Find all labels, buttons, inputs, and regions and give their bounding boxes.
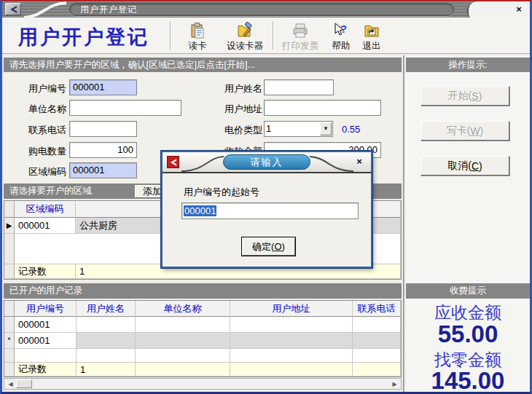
cancel-button-hotkey: C xyxy=(472,160,479,172)
dialog-title: 请输入 xyxy=(223,154,310,170)
ok-button-hotkey: O xyxy=(274,241,281,252)
users-row2-no[interactable]: 000001 xyxy=(15,333,77,349)
ok-button[interactable]: 确定(O) xyxy=(241,237,296,256)
help-button[interactable]: ? 帮助 xyxy=(327,19,355,52)
read-card-label: 读卡 xyxy=(189,40,207,52)
close-icon[interactable]: × xyxy=(512,3,525,15)
write-card-suffix: ) xyxy=(480,125,484,137)
area-header-marker-cell xyxy=(4,201,15,218)
write-card-label: 写卡( xyxy=(447,125,471,138)
area-empty-marker xyxy=(4,234,15,264)
price-type-label: 电价类型 xyxy=(213,124,262,137)
dialog-prompt: 用户编号的起始号 xyxy=(184,186,259,199)
purchase-qty-label: 购电数量 xyxy=(17,145,66,158)
users-empty-cell xyxy=(15,349,77,363)
users-footer-cell xyxy=(136,363,230,377)
user-no-field[interactable]: 000001 xyxy=(69,79,137,95)
users-record-count-value: 1 xyxy=(77,363,136,377)
dialog-close-icon[interactable]: × xyxy=(353,156,365,168)
user-addr-field[interactable] xyxy=(264,100,381,116)
change-value: 145.00 xyxy=(406,367,530,394)
purchase-qty-field[interactable]: 100 xyxy=(69,142,137,158)
set-reader-button[interactable]: 设读卡器 xyxy=(219,19,270,52)
start-number-input[interactable]: 000001 xyxy=(181,202,359,219)
users-row1-unit[interactable] xyxy=(136,317,230,333)
scroll-left-icon[interactable]: ◀ xyxy=(5,379,16,388)
users-footer-cell xyxy=(230,363,353,377)
user-name-field[interactable] xyxy=(264,79,334,95)
help-label: 帮助 xyxy=(332,40,351,52)
users-footer-cell xyxy=(353,363,401,377)
users-empty-marker xyxy=(4,349,15,363)
user-addr-label: 用户地址 xyxy=(213,103,262,116)
users-footer-marker xyxy=(4,363,15,377)
users-empty-cell xyxy=(353,349,401,363)
start-button-label: 开始( xyxy=(448,90,472,103)
users-row1-name[interactable] xyxy=(77,317,136,333)
read-card-button[interactable]: 读卡 xyxy=(179,19,216,52)
help-icon: ? xyxy=(332,22,350,39)
area-col-code: 区域编码 xyxy=(15,201,76,218)
users-row2-unit[interactable] xyxy=(136,333,230,349)
pane-splitter[interactable] xyxy=(403,55,404,392)
cancel-button[interactable]: 取消(C) xyxy=(420,156,509,176)
toolbar: 用户开户登记 读卡 设读卡器 xyxy=(2,17,530,54)
scroll-right-icon[interactable]: ▶ xyxy=(389,379,400,388)
users-row1-phone[interactable] xyxy=(353,317,401,333)
toolbar-separator xyxy=(273,21,273,50)
area-code-label: 区域编码 xyxy=(17,165,66,178)
right-panel: 操作提示: 开始(S) 写卡(W) 取消(C) 收费提示 应收金额 55.00 … xyxy=(406,55,530,392)
start-button[interactable]: 开始(S) xyxy=(420,86,509,106)
chevron-down-icon[interactable]: ▼ xyxy=(320,122,332,135)
users-row2-addr[interactable] xyxy=(230,333,353,349)
horizontal-scrollbar[interactable]: ◀ ▶ xyxy=(4,378,402,390)
dialog-titlebar[interactable]: 请输入 × xyxy=(163,152,371,173)
page-title: 用户开户登记 xyxy=(18,24,149,50)
users-row1-marker xyxy=(4,317,15,333)
users-col-no: 用户编号 xyxy=(15,301,77,317)
user-name-label: 用户姓名 xyxy=(213,82,262,95)
row-marker-icon: ▶ xyxy=(4,218,15,234)
price-type-select[interactable]: 1 ▼ xyxy=(264,121,333,137)
phone-label: 联系电话 xyxy=(17,124,66,137)
print-invoice-icon xyxy=(292,22,309,39)
users-record-count-label: 记录数 xyxy=(15,363,77,377)
window-titlebar[interactable]: 用户开户登记 × xyxy=(2,1,530,17)
app-logo-glyph xyxy=(8,5,18,14)
users-col-phone: 联系电话 xyxy=(353,301,401,317)
start-button-hotkey: S xyxy=(472,90,478,102)
set-reader-icon xyxy=(236,22,254,39)
cancel-button-suffix: ) xyxy=(479,160,482,172)
exit-button[interactable]: 退出 xyxy=(358,19,386,52)
users-row1-no[interactable]: 000001 xyxy=(15,317,77,333)
users-row2-name[interactable] xyxy=(77,333,136,349)
unit-name-field[interactable] xyxy=(69,100,181,116)
start-number-selected-text: 000001 xyxy=(184,205,216,216)
print-invoice-label: 打印发票 xyxy=(282,40,318,52)
area-code-field[interactable]: 000001 xyxy=(69,162,137,178)
write-card-hotkey: W xyxy=(470,125,480,137)
users-row1-addr[interactable] xyxy=(230,317,353,333)
print-invoice-button[interactable]: 打印发票 xyxy=(276,19,324,52)
input-dialog: 请输入 × 用户编号的起始号 000001 确定(O) xyxy=(161,151,372,268)
users-row2-phone[interactable] xyxy=(353,333,401,349)
area-record-count-label: 记录数 xyxy=(15,264,76,279)
users-header-marker-cell xyxy=(4,301,15,317)
users-col-unit: 单位名称 xyxy=(136,301,230,317)
users-empty-cell xyxy=(230,349,353,363)
exit-icon xyxy=(363,22,380,39)
scrollbar-thumb[interactable] xyxy=(16,379,32,388)
read-card-icon xyxy=(189,22,206,39)
phone-field[interactable] xyxy=(69,121,137,137)
toolbar-separator xyxy=(170,21,171,50)
unit-name-label: 单位名称 xyxy=(17,103,66,116)
users-section-header: 已开户的用户记录 xyxy=(4,283,402,299)
ok-button-label: 确定( xyxy=(252,240,274,253)
area-row-code[interactable]: 000001 xyxy=(15,218,76,234)
write-card-button[interactable]: 写卡(W) xyxy=(420,121,509,141)
window-title: 用户开户登记 xyxy=(69,3,454,16)
app-window: 用户开户登记 × 用户开户登记 读卡 设读卡器 xyxy=(0,0,532,394)
ok-button-suffix: ) xyxy=(282,241,285,252)
titlebar-swoosh xyxy=(21,1,72,17)
users-col-name: 用户姓名 xyxy=(77,301,136,317)
